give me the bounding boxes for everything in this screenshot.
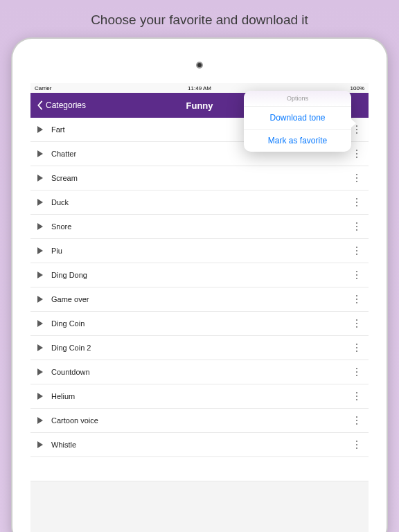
tone-label: Ding Dong <box>51 271 349 279</box>
mark-favorite-option[interactable]: Mark as favorite <box>244 130 351 152</box>
dots-icon <box>356 371 358 373</box>
dots-icon <box>356 202 358 204</box>
play-icon[interactable] <box>37 126 43 133</box>
tone-label: Whistle <box>51 441 349 449</box>
tone-label: Piu <box>51 247 349 255</box>
play-icon[interactable] <box>37 344 43 351</box>
tone-row: Snore <box>30 215 369 239</box>
promo-headline: Choose your favorite and download it <box>0 0 399 37</box>
tone-row: Duck <box>30 190 369 215</box>
tone-label: Countdown <box>51 368 349 376</box>
more-button[interactable] <box>349 364 364 380</box>
play-icon[interactable] <box>37 369 43 375</box>
play-icon[interactable] <box>37 417 43 424</box>
tone-row: Cartoon voice <box>30 409 369 433</box>
more-button[interactable] <box>349 437 364 452</box>
dots-icon <box>356 444 358 446</box>
camera-dot <box>196 62 203 69</box>
dots-icon <box>356 177 358 179</box>
play-icon[interactable] <box>37 223 43 230</box>
back-label: Categories <box>46 100 86 110</box>
tone-label: Ding Coin 2 <box>51 344 349 352</box>
tone-row: Ding Coin <box>30 312 369 336</box>
play-icon[interactable] <box>37 150 43 157</box>
more-button[interactable] <box>349 195 364 210</box>
play-icon[interactable] <box>37 296 43 303</box>
more-button[interactable] <box>349 170 364 186</box>
tone-row: Game over <box>30 287 369 312</box>
dots-icon <box>356 226 358 228</box>
play-icon[interactable] <box>37 247 43 254</box>
tone-row: Helium <box>30 384 369 409</box>
clock: 11:49 AM <box>188 85 211 91</box>
tone-label: Snore <box>51 222 349 231</box>
screen: Carrier 11:49 AM 100% Categories Funny F… <box>30 83 369 532</box>
more-button[interactable] <box>349 219 364 234</box>
download-tone-option[interactable]: Download tone <box>244 107 351 130</box>
dots-icon <box>356 129 358 131</box>
more-button[interactable] <box>349 340 364 355</box>
dots-icon <box>356 420 358 422</box>
tone-row: Ding Dong <box>30 263 369 287</box>
battery-label: 100% <box>351 85 364 91</box>
play-icon[interactable] <box>37 441 43 448</box>
dots-icon <box>356 347 358 349</box>
dots-icon <box>356 299 358 301</box>
tone-row: Whistle <box>30 433 369 457</box>
tone-label: Cartoon voice <box>51 416 349 425</box>
more-button[interactable] <box>349 316 364 331</box>
play-icon[interactable] <box>37 272 43 278</box>
tone-row: Countdown <box>30 360 369 384</box>
page-title: Funny <box>186 100 213 111</box>
dots-icon <box>356 396 358 398</box>
dots-icon <box>356 323 358 325</box>
play-icon[interactable] <box>37 199 43 206</box>
more-button[interactable] <box>349 292 364 307</box>
tone-list: FartChatterScreamDuckSnorePiuDing DongGa… <box>30 118 369 481</box>
back-button[interactable]: Categories <box>36 100 86 110</box>
tone-label: Helium <box>51 392 349 400</box>
tone-label: Duck <box>51 198 349 206</box>
dots-icon <box>356 250 358 252</box>
more-button[interactable] <box>349 243 364 258</box>
carrier-label: Carrier <box>35 85 51 91</box>
ipad-frame: Carrier 11:49 AM 100% Categories Funny F… <box>12 39 387 532</box>
dots-icon <box>356 274 358 276</box>
more-button[interactable] <box>349 267 364 283</box>
tone-label: Scream <box>51 174 349 182</box>
play-icon[interactable] <box>37 393 43 400</box>
play-icon[interactable] <box>37 175 43 181</box>
more-button[interactable] <box>349 389 364 404</box>
tone-row: Piu <box>30 239 369 263</box>
options-popover: Options Download tone Mark as favorite <box>244 91 351 152</box>
more-button[interactable] <box>349 413 364 428</box>
play-icon[interactable] <box>37 320 43 327</box>
tone-row: Scream <box>30 166 369 190</box>
tone-row: Ding Coin 2 <box>30 336 369 360</box>
more-button[interactable] <box>349 146 364 161</box>
tone-label: Game over <box>51 295 349 303</box>
chevron-left-icon <box>36 100 44 110</box>
dots-icon <box>356 153 358 155</box>
tone-label: Ding Coin <box>51 319 349 328</box>
popover-header: Options <box>244 91 351 107</box>
